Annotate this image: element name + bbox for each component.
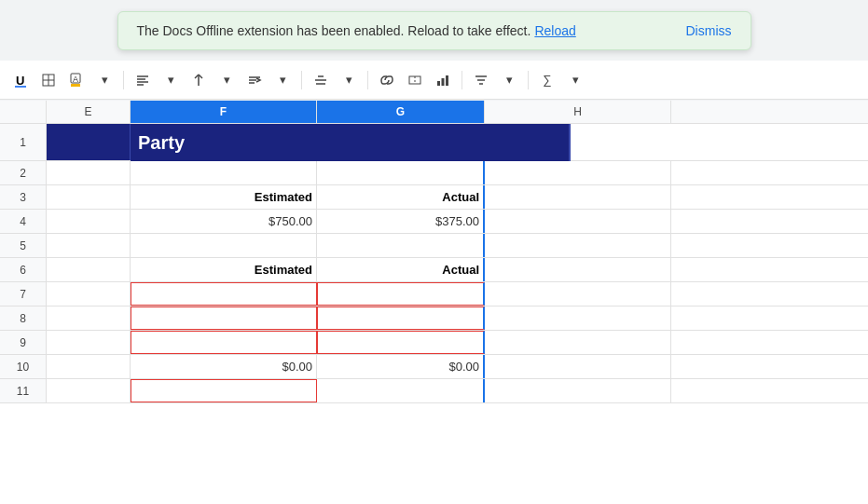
cell-2-g[interactable] bbox=[317, 161, 485, 184]
party-merged-cell[interactable]: Party bbox=[131, 124, 571, 161]
row-num-10: 10 bbox=[0, 355, 47, 378]
row-2: 2 bbox=[0, 161, 868, 185]
cell-8-f[interactable] bbox=[131, 306, 317, 330]
wrap-dropdown[interactable]: ▾ bbox=[269, 67, 296, 93]
cell-9-g[interactable] bbox=[317, 331, 485, 354]
cell-3-g[interactable]: Actual bbox=[317, 185, 485, 209]
align-button[interactable] bbox=[130, 67, 156, 93]
party-label: Party bbox=[138, 132, 185, 154]
svg-rect-25 bbox=[446, 75, 448, 86]
filter-dropdown[interactable]: ▾ bbox=[496, 67, 522, 93]
notification-banner: The Docs Offline extension has been enab… bbox=[117, 11, 751, 50]
row-9: 9 bbox=[0, 331, 868, 355]
cell-3-f[interactable]: Estimated bbox=[131, 185, 317, 209]
fill-color-dropdown[interactable]: ▾ bbox=[91, 67, 117, 93]
cell-9-e[interactable] bbox=[47, 331, 131, 354]
row-num-1: 1 bbox=[0, 124, 47, 160]
cell-2-e[interactable] bbox=[47, 161, 131, 184]
cell-9-h[interactable] bbox=[485, 331, 671, 354]
wrap-button[interactable] bbox=[241, 67, 268, 93]
cell-6-h[interactable] bbox=[485, 258, 671, 281]
svg-rect-23 bbox=[437, 81, 440, 86]
spreadsheet-container: E F G H 1 Party 2 bbox=[0, 101, 868, 504]
cell-8-e[interactable] bbox=[47, 306, 131, 330]
notification-reload-link[interactable]: Reload bbox=[534, 23, 575, 38]
cell-10-e[interactable] bbox=[47, 355, 131, 378]
chart-button[interactable] bbox=[430, 67, 456, 93]
row-num-7: 7 bbox=[0, 282, 47, 306]
cell-8-g[interactable] bbox=[317, 306, 485, 330]
filter-button[interactable] bbox=[468, 67, 494, 93]
cell-10-f[interactable]: $0.00 bbox=[131, 355, 317, 378]
cell-4-e[interactable] bbox=[47, 210, 131, 233]
cell-3-h[interactable] bbox=[485, 185, 671, 209]
row-num-8: 8 bbox=[0, 306, 47, 330]
col-header-h[interactable]: H bbox=[485, 101, 671, 123]
cell-6-f[interactable]: Estimated bbox=[131, 258, 317, 281]
row-7: 7 bbox=[0, 282, 868, 306]
cell-8-h[interactable] bbox=[485, 306, 671, 330]
toolbar-sep-2 bbox=[301, 71, 302, 89]
cell-6-e[interactable] bbox=[47, 258, 131, 281]
cell-6-g[interactable]: Actual bbox=[317, 258, 485, 281]
valign-dropdown[interactable]: ▾ bbox=[214, 67, 240, 93]
cell-7-e[interactable] bbox=[47, 282, 131, 306]
link-button[interactable] bbox=[374, 67, 400, 93]
borders-button[interactable] bbox=[35, 67, 62, 93]
cell-4-f[interactable]: $750.00 bbox=[131, 210, 317, 233]
row-num-2: 2 bbox=[0, 161, 47, 184]
row-6: 6 Estimated Actual bbox=[0, 258, 868, 282]
svg-text:U: U bbox=[16, 74, 24, 88]
col-header-e[interactable]: E bbox=[47, 101, 131, 123]
row-10: 10 $0.00 $0.00 bbox=[0, 355, 868, 379]
align-dropdown[interactable]: ▾ bbox=[158, 67, 184, 93]
more-formats-dropdown[interactable]: ▾ bbox=[336, 67, 362, 93]
cell-7-g[interactable] bbox=[317, 282, 485, 306]
cell-10-h[interactable] bbox=[485, 355, 671, 378]
cell-10-g[interactable]: $0.00 bbox=[317, 355, 485, 378]
row-3: 3 Estimated Actual bbox=[0, 185, 868, 210]
notification-message: The Docs Offline extension has been enab… bbox=[137, 23, 531, 38]
cell-5-h[interactable] bbox=[485, 234, 671, 257]
row-num-5: 5 bbox=[0, 234, 47, 257]
sum-dropdown[interactable]: ▾ bbox=[562, 67, 588, 93]
spreadsheet-toolbar: U A ▾ ▾ ▾ ▾ ▾ ▾ ∑ ▾ bbox=[0, 61, 868, 100]
merge-button[interactable] bbox=[402, 67, 428, 93]
underline-button[interactable]: U bbox=[7, 67, 34, 93]
grid-rows: 1 Party 2 3 Estimated Actual bbox=[0, 124, 868, 504]
svg-rect-24 bbox=[442, 78, 445, 86]
toolbar-sep-1 bbox=[123, 71, 124, 89]
row-num-3: 3 bbox=[0, 185, 47, 209]
cell-1-e[interactable] bbox=[47, 124, 131, 160]
cell-11-e[interactable] bbox=[47, 379, 131, 402]
cell-2-h[interactable] bbox=[485, 161, 671, 184]
row-num-4: 4 bbox=[0, 210, 47, 233]
notification-dismiss-button[interactable]: Dismiss bbox=[686, 23, 732, 38]
cell-7-h[interactable] bbox=[485, 282, 671, 306]
cell-11-h[interactable] bbox=[485, 379, 671, 402]
sum-button[interactable]: ∑ bbox=[534, 67, 560, 93]
col-header-g[interactable]: G bbox=[317, 101, 485, 123]
column-headers: E F G H bbox=[0, 101, 868, 124]
toolbar-sep-3 bbox=[367, 71, 368, 89]
col-header-f[interactable]: F bbox=[131, 101, 317, 123]
cell-5-f[interactable] bbox=[131, 234, 317, 257]
cell-11-g[interactable] bbox=[317, 379, 485, 402]
cell-5-g[interactable] bbox=[317, 234, 485, 257]
cell-7-f[interactable] bbox=[131, 282, 317, 306]
cell-11-f[interactable] bbox=[131, 379, 317, 402]
cell-3-e[interactable] bbox=[47, 185, 131, 209]
more-formats-button[interactable] bbox=[308, 67, 334, 93]
cell-4-g[interactable]: $375.00 bbox=[317, 210, 485, 233]
sheet-grid: E F G H 1 Party 2 bbox=[0, 101, 868, 504]
cell-9-f[interactable] bbox=[131, 331, 317, 354]
valign-button[interactable] bbox=[186, 67, 212, 93]
cell-4-h[interactable] bbox=[485, 210, 671, 233]
cell-5-e[interactable] bbox=[47, 234, 131, 257]
row-num-header bbox=[0, 101, 47, 123]
cell-2-f[interactable] bbox=[131, 161, 317, 184]
row-4: 4 $750.00 $375.00 bbox=[0, 210, 868, 234]
svg-text:A: A bbox=[73, 75, 78, 84]
fill-color-button[interactable]: A bbox=[63, 67, 90, 93]
row-8: 8 bbox=[0, 306, 868, 331]
